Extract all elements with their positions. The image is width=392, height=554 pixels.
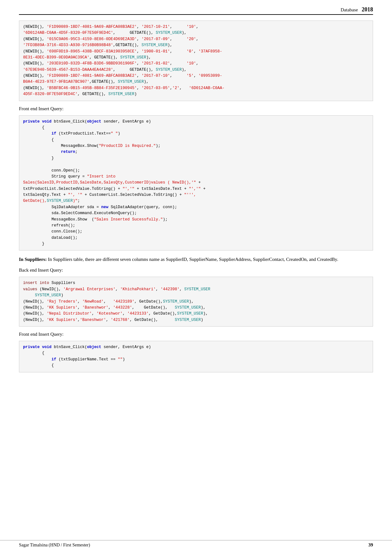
frontend-insert-label-2: Front end Insert Query: xyxy=(19,332,373,337)
page-number: 39 xyxy=(368,542,373,548)
header-database-label: Database xyxy=(341,7,358,12)
header-year: 2018 xyxy=(362,6,373,13)
page-header: Database 2018 xyxy=(19,6,373,15)
suppliers-bold-label: In Supplliers: xyxy=(19,257,47,262)
backend-insert-label: Back end Insert Query: xyxy=(19,268,373,273)
suppliers-description: In Supplliers: In Supplliers table, ther… xyxy=(19,256,373,263)
csharp-sales-insert-code-block: private void btnSave_Click(object sender… xyxy=(19,115,373,251)
page-footer: Sagar Timalsina (HND / First Semester) 3… xyxy=(0,540,392,548)
sql-insert-sales-code-block: (NEWID(), 'F1D90089-1BD7-4081-9A69-ABFCA… xyxy=(19,21,373,101)
frontend-insert-label-1: Front end Insert Query: xyxy=(19,106,373,111)
suppliers-text: In Supplliers table, there are different… xyxy=(47,257,338,262)
footer-author: Sagar Timalsina (HND / First Semester) xyxy=(19,543,90,548)
sql-insert-suppliers-code-block: insert into Supplliers values (NewID(), … xyxy=(19,277,373,327)
csharp-suppliers-insert-code-block: private void btnSave_Click(object sender… xyxy=(19,341,373,372)
